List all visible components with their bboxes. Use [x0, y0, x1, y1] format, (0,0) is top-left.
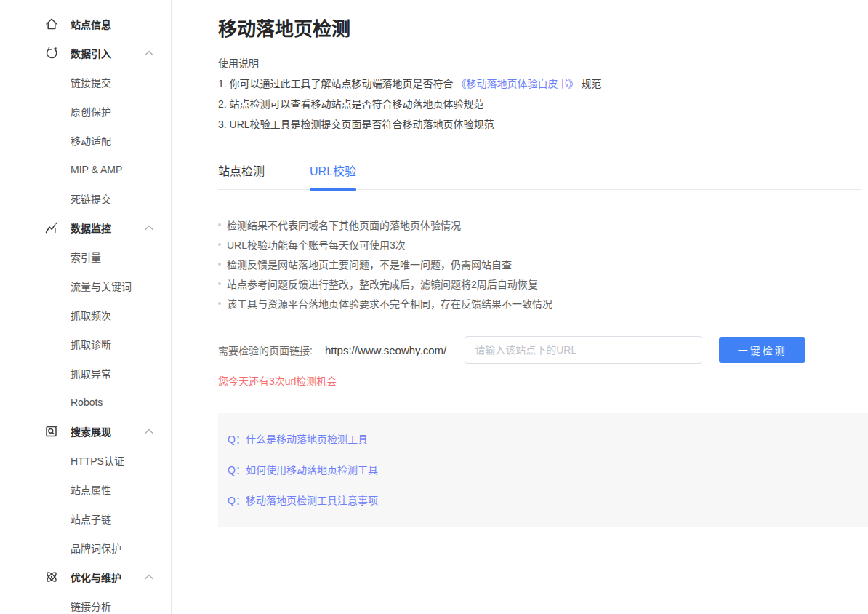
sidebar-section-data-import[interactable]: 数据引入 — [0, 39, 171, 68]
url-input-label: 需要检验的页面链接: — [218, 343, 313, 357]
sidebar-item-crawl-diagnosis[interactable]: 抓取诊断 — [0, 330, 171, 359]
faq-link-what-is[interactable]: Q：什么是移动落地页检测工具 — [228, 434, 853, 445]
bullet-dot — [218, 223, 221, 226]
quota-notice: 您今天还有3次url检测机会 — [218, 376, 861, 387]
chevron-up-icon — [145, 429, 153, 434]
sidebar-item-site-attributes[interactable]: 站点属性 — [0, 475, 171, 504]
sidebar-item-dead-link-submit[interactable]: 死链提交 — [0, 184, 171, 213]
bullet-dot — [218, 302, 221, 305]
note-item: URL校验功能每个账号每天仅可使用3次 — [218, 234, 861, 254]
tab-site-check[interactable]: 站点检测 — [218, 164, 265, 189]
sidebar-section-label: 优化与维护 — [71, 570, 121, 584]
note-item: 站点参考问题反馈进行整改，整改完成后，滤镜问题将2周后自动恢复 — [218, 274, 861, 293]
note-text: 检测结果不代表同域名下其他页面的落地页体验情况 — [227, 218, 461, 232]
sidebar-item-crawl-frequency[interactable]: 抓取频次 — [0, 300, 171, 330]
one-click-check-button[interactable]: 一键检测 — [719, 337, 805, 363]
sidebar-item-site-sublinks[interactable]: 站点子链 — [0, 504, 171, 533]
sidebar-section-label: 数据引入 — [71, 46, 111, 60]
sidebar-item-index-volume[interactable]: 索引量 — [0, 242, 171, 271]
bullet-dot — [218, 243, 221, 246]
sidebar-item-https-cert[interactable]: HTTPS认证 — [0, 446, 171, 475]
optimize-icon — [44, 569, 60, 585]
search-display-icon — [44, 423, 60, 439]
url-check-form: 需要检验的页面链接: https://www.seowhy.com/ 一键检测 — [218, 336, 861, 364]
sidebar-item-label: 站点信息 — [71, 17, 111, 31]
note-text: URL校验功能每个账号每天仅可使用3次 — [227, 237, 406, 252]
sidebar-item-link-analysis[interactable]: 链接分析 — [0, 591, 171, 614]
chevron-up-icon — [145, 575, 153, 580]
notes-list: 检测结果不代表同域名下其他页面的落地页体验情况 URL校验功能每个账号每天仅可使… — [218, 215, 861, 313]
sidebar-item-site-info[interactable]: 站点信息 — [0, 9, 171, 39]
sidebar-item-crawl-anomaly[interactable]: 抓取异常 — [0, 359, 171, 388]
usage-line-3: 3. URL校验工具是检测提交页面是否符合移动落地页体验规范 — [218, 119, 861, 130]
note-item: 检测结果不代表同域名下其他页面的落地页体验情况 — [218, 215, 861, 234]
whitepaper-link[interactable]: 《移动落地页体验白皮书》 — [457, 78, 579, 89]
sidebar-item-traffic-keywords[interactable]: 流量与关键词 — [0, 271, 171, 300]
tab-url-verify[interactable]: URL校验 — [310, 164, 356, 189]
note-text: 检测反馈是网站落地页主要问题，不是唯一问题，仍需网站自查 — [227, 257, 512, 271]
sidebar-section-label: 搜索展现 — [71, 424, 111, 439]
bullet-dot — [218, 282, 221, 285]
faq-panel: Q：什么是移动落地页检测工具 Q：如何使用移动落地页检测工具 Q：移动落地页检测… — [218, 413, 868, 527]
sidebar-item-link-submit[interactable]: 链接提交 — [0, 68, 171, 97]
faq-link-notes[interactable]: Q：移动落地页检测工具注意事项 — [228, 495, 853, 506]
home-icon — [44, 16, 60, 32]
url-input[interactable] — [465, 336, 702, 364]
note-item: 该工具与资源平台落地页体验要求不完全相同，存在反馈结果不一致情况 — [218, 293, 861, 313]
sidebar: 站点信息 数据引入 链接提交 原创保护 移动适配 MIP & AMP 死链提交 — [0, 0, 172, 614]
data-monitor-icon — [44, 220, 60, 236]
main-content: 移动落地页检测 使用说明 1. 你可以通过此工具了解站点移动端落地页是否符合《移… — [172, 0, 868, 614]
note-text: 站点参考问题反馈进行整改，整改完成后，滤镜问题将2周后自动恢复 — [227, 276, 538, 291]
sidebar-item-mip-amp[interactable]: MIP & AMP — [0, 155, 171, 184]
usage-line-1-suffix: 规范 — [582, 78, 602, 89]
bullet-dot — [218, 263, 221, 266]
sidebar-section-optimize-maintain[interactable]: 优化与维护 — [0, 562, 171, 591]
sidebar-item-mobile-adaptation[interactable]: 移动适配 — [0, 126, 171, 155]
sidebar-item-original-protection[interactable]: 原创保护 — [0, 97, 171, 126]
data-import-icon — [44, 45, 60, 61]
tab-bar: 站点检测 URL校验 — [218, 164, 861, 190]
faq-link-how-to-use[interactable]: Q：如何使用移动落地页检测工具 — [228, 465, 853, 476]
chevron-up-icon — [145, 51, 153, 56]
sidebar-section-label: 数据监控 — [71, 220, 111, 235]
chevron-up-icon — [145, 226, 153, 231]
sidebar-section-search-display[interactable]: 搜索展现 — [0, 417, 171, 446]
sidebar-section-data-monitor[interactable]: 数据监控 — [0, 213, 171, 242]
usage-heading: 使用说明 — [218, 58, 861, 69]
sidebar-item-brand-protection[interactable]: 品牌词保护 — [0, 533, 171, 562]
note-item: 检测反馈是网站落地页主要问题，不是唯一问题，仍需网站自查 — [218, 254, 861, 274]
note-text: 该工具与资源平台落地页体验要求不完全相同，存在反馈结果不一致情况 — [227, 296, 552, 311]
usage-line-1-text: 1. 你可以通过此工具了解站点移动端落地页是否符合 — [218, 78, 454, 89]
site-url-prefix: https://www.seowhy.com/ — [325, 344, 446, 356]
sidebar-item-robots[interactable]: Robots — [0, 388, 171, 417]
page-title: 移动落地页检测 — [218, 18, 861, 40]
usage-line-2: 2. 站点检测可以查看移动站点是否符合移动落地页体验规范 — [218, 99, 861, 110]
usage-line-1: 1. 你可以通过此工具了解站点移动端落地页是否符合《移动落地页体验白皮书》规范 — [218, 79, 861, 89]
